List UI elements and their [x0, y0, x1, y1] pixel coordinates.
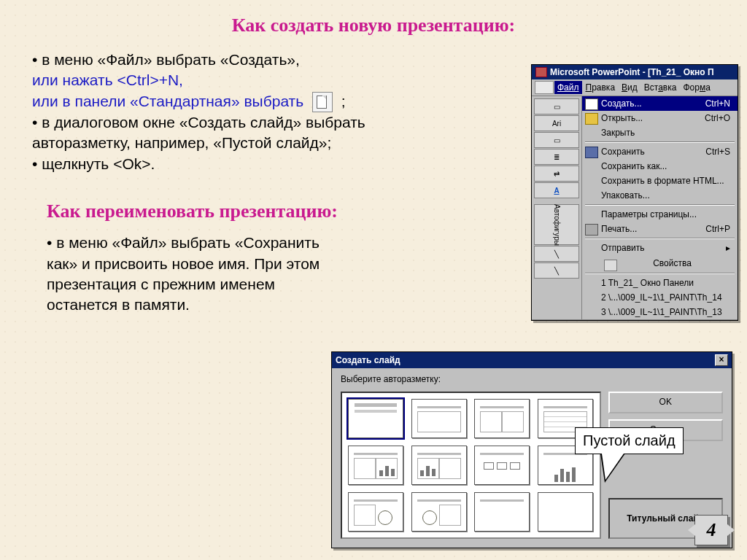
menu-item[interactable]: Свойства	[582, 255, 738, 271]
menu-item[interactable]: Открыть...Ctrl+O	[582, 111, 738, 125]
callout-blank-slide: Пустой слайд	[575, 427, 684, 454]
menu-item[interactable]: Параметры страницы...	[582, 207, 738, 222]
menubar-doc-icon[interactable]	[535, 81, 554, 94]
layout-org[interactable]	[474, 446, 530, 485]
menu-item[interactable]: Упаковать...	[582, 188, 738, 203]
dialog-title: Создать слайд	[336, 355, 400, 365]
left-toolbar: ▭ Ari ▭ ≣ ⇄ A Автофигуры ╲ ╲	[532, 96, 582, 319]
menu-item[interactable]: 3 \...\009_IL~1\1_PAINT\Th_13	[582, 305, 738, 319]
instructions-create: в меню «Файл» выбрать «Создать», или наж…	[32, 50, 441, 174]
toolbar-line-icon[interactable]: ╲	[534, 262, 579, 279]
toolbar-btn[interactable]: A	[534, 182, 579, 198]
toolbar-btn[interactable]: ≣	[534, 149, 579, 165]
dialog-prompt: Выберите авторазметку:	[332, 368, 732, 384]
menu-item[interactable]: Создать...Ctrl+N	[582, 96, 738, 111]
menu-file[interactable]: Файл	[554, 81, 582, 94]
menu-item[interactable]: Сохранить в формате HTML...	[582, 174, 738, 188]
menu-view[interactable]: Вид	[619, 81, 640, 94]
font-selector[interactable]: Ari	[534, 115, 579, 131]
layout-blank[interactable]	[538, 492, 593, 532]
menu-item[interactable]: Печать...Ctrl+P	[582, 222, 738, 236]
toolbar-new-icon[interactable]: ▭	[534, 98, 579, 114]
menu-insert[interactable]: Вставка	[641, 81, 680, 94]
app-icon	[535, 67, 547, 77]
toolbar-btn[interactable]: ⇄	[534, 166, 579, 182]
menu-edit[interactable]: Правка	[583, 81, 619, 94]
menu-item[interactable]: Отправить	[582, 241, 738, 255]
layout-bullets[interactable]	[411, 399, 467, 438]
new-icon	[585, 98, 598, 110]
close-icon[interactable]: ×	[715, 354, 728, 366]
layout-title[interactable]	[348, 399, 403, 438]
print-icon	[585, 224, 598, 236]
page-number: 4	[694, 515, 728, 545]
layout-grid	[341, 392, 601, 539]
shortcut-text: или нажать <Ctrl>+N,	[32, 70, 441, 90]
menu-item[interactable]: СохранитьCtrl+S	[582, 144, 738, 159]
instructions-rename: в меню «Файл» выбрать «Сохранить как» и …	[47, 233, 338, 315]
menu-item[interactable]: 2 \...\009_IL~1\1_PAINT\Th_14	[582, 290, 738, 305]
menu-item[interactable]: 1 Th_21_ Окно Панели	[582, 276, 738, 290]
menubar[interactable]: Файл Правка Вид Вставка Форма	[532, 79, 738, 96]
toolbar-btn[interactable]: Автофигуры	[534, 204, 579, 245]
save-icon	[585, 147, 598, 158]
menu-format[interactable]: Форма	[680, 81, 713, 94]
new-file-icon	[312, 92, 333, 112]
file-menu: Создать...Ctrl+NОткрыть...Ctrl+OЗакрытьС…	[582, 96, 738, 319]
titlebar-text: Microsoft PowerPoint - [Th_21_ Окно П	[550, 67, 714, 77]
menu-item[interactable]: Сохранить как...	[582, 159, 738, 174]
open-icon	[585, 113, 598, 125]
menu-item[interactable]: Закрыть	[582, 125, 738, 140]
layout-title-only[interactable]	[474, 492, 530, 532]
props-icon	[604, 260, 617, 271]
layout-chart-text[interactable]	[411, 446, 467, 485]
ok-button[interactable]: OK	[608, 392, 723, 413]
layout-clip-text[interactable]	[411, 492, 467, 532]
layout-two-col[interactable]	[474, 399, 530, 438]
layout-text-clip[interactable]	[348, 492, 403, 532]
heading-create: Как создать новую презентацию:	[0, 15, 747, 36]
toolbar-btn[interactable]: ▭	[534, 132, 579, 148]
layout-text-chart[interactable]	[348, 446, 403, 485]
toolbar-line-icon[interactable]: ╲	[534, 246, 579, 262]
titlebar: Microsoft PowerPoint - [Th_21_ Окно П	[532, 65, 738, 79]
powerpoint-window: Microsoft PowerPoint - [Th_21_ Окно П Фа…	[531, 64, 738, 321]
